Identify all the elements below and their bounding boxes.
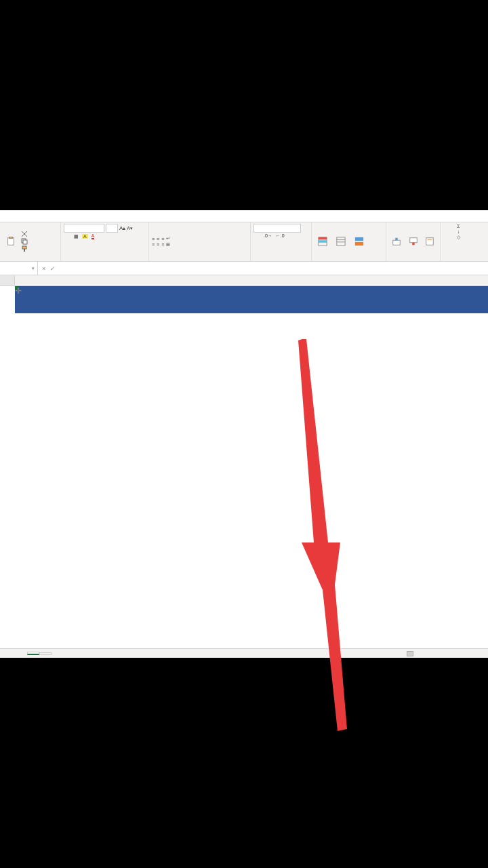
delete-button[interactable] — [406, 232, 421, 251]
font-size-select[interactable] — [106, 224, 118, 233]
font-name-select[interactable] — [64, 224, 104, 233]
excel-window: A▴ A▾ ▦ A A ≡ ≡ — [0, 210, 488, 658]
align-middle-icon[interactable]: ≡ — [157, 237, 159, 241]
group-clipboard — [0, 222, 61, 261]
decrease-decimal-icon[interactable]: ←.0 — [276, 233, 285, 238]
svg-rect-16 — [409, 237, 417, 242]
format-button[interactable] — [422, 232, 437, 251]
spreadsheet-grid[interactable]: ✛ — [0, 286, 488, 646]
cancel-icon[interactable]: × — [42, 265, 45, 272]
sheet-tab-sheet2[interactable] — [39, 652, 52, 655]
title-banner — [15, 286, 488, 313]
group-cells — [386, 222, 441, 261]
font-color-icon[interactable]: A — [92, 233, 95, 239]
svg-rect-14 — [393, 240, 401, 245]
name-box[interactable]: ▾ — [0, 262, 38, 275]
align-left-icon[interactable]: ≡ — [152, 242, 155, 247]
autosum-button[interactable]: Σ — [457, 224, 461, 229]
svg-rect-3 — [23, 240, 27, 244]
svg-rect-12 — [355, 237, 363, 240]
align-right-icon[interactable]: ≡ — [161, 242, 164, 247]
svg-rect-0 — [8, 237, 14, 245]
group-alignment: ≡ ≡ ≡ ≡ ≡ ≡ ↵ ⊞ — [149, 222, 251, 261]
svg-rect-1 — [9, 237, 12, 239]
sheet-tab-customer-region[interactable] — [27, 652, 39, 655]
borders-icon[interactable]: ▦ — [74, 234, 79, 239]
menu-bar — [0, 210, 488, 222]
group-styles — [312, 222, 386, 261]
cut-button[interactable] — [21, 231, 29, 237]
align-bottom-icon[interactable]: ≡ — [161, 237, 164, 241]
svg-rect-8 — [319, 240, 327, 243]
align-center-icon[interactable]: ≡ — [157, 242, 159, 247]
group-number: .0→ ←.0 — [251, 222, 312, 261]
svg-rect-4 — [22, 246, 26, 249]
merge-center-button[interactable]: ⊞ — [166, 242, 171, 248]
increase-decimal-icon[interactable]: .0→ — [264, 233, 272, 238]
paste-button[interactable] — [3, 232, 19, 251]
svg-rect-13 — [355, 241, 363, 245]
fill-color-icon[interactable]: A — [82, 234, 88, 239]
increase-font-icon[interactable]: A▴ — [119, 225, 125, 231]
conditional-formatting-button[interactable] — [314, 232, 331, 251]
format-as-table-button[interactable] — [333, 232, 349, 251]
svg-rect-9 — [337, 237, 345, 245]
insert-button[interactable] — [389, 232, 404, 251]
decrease-font-icon[interactable]: A▾ — [127, 226, 133, 231]
align-top-icon[interactable]: ≡ — [152, 237, 155, 241]
svg-rect-5 — [24, 249, 25, 252]
group-font: A▴ A▾ ▦ A A — [61, 222, 149, 261]
svg-rect-17 — [412, 242, 415, 245]
cell-cursor-icon: ✛ — [15, 286, 22, 296]
chevron-down-icon: ▾ — [32, 266, 35, 271]
sheet-tab-bar — [0, 648, 488, 658]
column-headers — [0, 275, 488, 286]
number-format-select[interactable] — [253, 224, 301, 233]
group-editing: Σ ↓ ◇ — [441, 222, 478, 261]
copy-button[interactable] — [21, 238, 29, 245]
horizontal-scroll-thumb[interactable] — [407, 651, 413, 656]
svg-rect-7 — [319, 237, 327, 239]
cell-styles-button[interactable] — [351, 232, 367, 251]
ribbon: A▴ A▾ ▦ A A ≡ ≡ — [0, 222, 488, 262]
format-painter-button[interactable] — [21, 245, 29, 252]
formula-bar: ▾ × ✓ — [0, 262, 488, 275]
fill-button[interactable]: ↓ — [458, 229, 462, 234]
clear-button[interactable]: ◇ — [457, 235, 462, 240]
wrap-text-button[interactable]: ↵ — [166, 236, 171, 241]
select-all-triangle[interactable] — [0, 275, 15, 285]
enter-icon[interactable]: ✓ — [49, 265, 55, 272]
svg-rect-18 — [426, 237, 434, 245]
svg-rect-15 — [395, 237, 398, 240]
